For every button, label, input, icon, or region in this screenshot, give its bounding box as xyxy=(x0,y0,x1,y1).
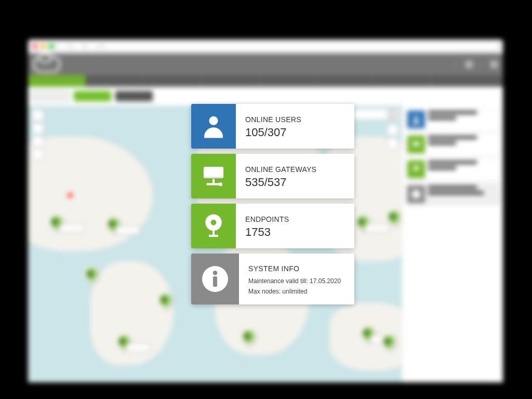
card-title: ENDPOINTS xyxy=(245,215,289,223)
card-online-users[interactable]: ONLINE USERS 105/307 xyxy=(191,104,354,149)
user-icon xyxy=(191,104,236,149)
window-maximize-icon[interactable] xyxy=(49,44,54,49)
window-minimize-icon[interactable] xyxy=(41,44,46,49)
map-zoom-controls xyxy=(32,110,44,160)
info-icon xyxy=(407,185,425,203)
app-header: ····· ····· xyxy=(28,54,503,75)
mini-card-users[interactable] xyxy=(405,109,500,130)
browser-chrome-bar xyxy=(28,39,503,54)
svg-rect-1 xyxy=(413,142,419,146)
map-pin-label xyxy=(126,343,151,352)
card-online-gateways[interactable]: ONLINE GATEWAYS 535/537 xyxy=(191,154,354,198)
map-pin-label xyxy=(59,224,84,232)
svg-rect-12 xyxy=(212,230,215,235)
map-alert-dot[interactable] xyxy=(68,193,73,198)
app-logo-icon xyxy=(33,56,60,73)
gateway-icon xyxy=(191,154,236,198)
map-pin-label xyxy=(365,224,390,232)
sysinfo-maintenance: Maintenance valid till: 17.05.2020 xyxy=(248,277,341,285)
svg-rect-7 xyxy=(212,179,215,184)
card-title: ONLINE GATEWAYS xyxy=(245,165,316,174)
map-right-controls xyxy=(387,124,398,149)
mini-card-endpoints[interactable] xyxy=(405,158,500,180)
tab-3[interactable] xyxy=(143,75,201,87)
map-pin-label xyxy=(115,226,140,234)
stats-sidebar xyxy=(402,105,503,382)
tab-dashboard[interactable] xyxy=(28,75,86,87)
map-layers-button[interactable] xyxy=(32,149,44,160)
card-title: SYSTEM INFO xyxy=(248,264,341,273)
svg-rect-6 xyxy=(204,177,223,179)
svg-point-3 xyxy=(412,190,421,199)
svg-point-9 xyxy=(219,182,222,186)
sub-button-3[interactable] xyxy=(115,91,153,101)
stats-overlay: ONLINE USERS 105/307 ONLINE GATEWAYS 535… xyxy=(191,104,354,304)
browser-back-button[interactable] xyxy=(57,42,69,51)
zoom-in-button[interactable] xyxy=(32,110,44,121)
mini-card-gateways[interactable] xyxy=(405,134,500,155)
browser-forward-button[interactable] xyxy=(72,42,83,51)
tab-7[interactable] xyxy=(374,75,432,87)
sub-button-1[interactable] xyxy=(32,91,70,101)
svg-rect-8 xyxy=(207,183,221,185)
header-user-label: ····· xyxy=(453,62,460,68)
browser-address-bar[interactable] xyxy=(104,42,499,51)
info-icon xyxy=(191,254,239,304)
sub-button-2[interactable] xyxy=(74,91,111,101)
svg-rect-16 xyxy=(213,276,217,287)
svg-point-0 xyxy=(415,116,418,119)
card-endpoints[interactable]: ENDPOINTS 1753 xyxy=(191,204,354,248)
zoom-out-button[interactable] xyxy=(32,123,44,134)
window-close-icon[interactable] xyxy=(32,44,37,49)
user-icon xyxy=(407,111,425,128)
tab-4[interactable] xyxy=(201,75,259,87)
user-icon[interactable] xyxy=(466,61,473,68)
tab-5[interactable] xyxy=(259,75,316,87)
mini-card-sysinfo[interactable] xyxy=(405,183,500,205)
svg-point-11 xyxy=(211,220,217,225)
svg-point-15 xyxy=(213,271,218,275)
sysinfo-maxnodes: Max nodes: unlimited xyxy=(248,287,341,296)
logout-icon[interactable] xyxy=(490,61,498,68)
card-value: 535/537 xyxy=(245,176,316,189)
card-value: 105/307 xyxy=(245,126,301,139)
gateway-icon xyxy=(407,136,425,153)
map-home-button[interactable] xyxy=(32,136,44,147)
card-system-info[interactable]: SYSTEM INFO Maintenance valid till: 17.0… xyxy=(191,254,354,304)
card-value: 1753 xyxy=(245,225,289,239)
svg-point-2 xyxy=(414,166,419,171)
endpoint-icon xyxy=(191,204,236,248)
svg-rect-13 xyxy=(209,235,218,237)
map-tool-1[interactable] xyxy=(387,124,398,136)
sub-toolbar xyxy=(28,87,503,105)
browser-reload-button[interactable] xyxy=(86,42,98,51)
endpoint-icon xyxy=(407,161,425,178)
tab-6[interactable] xyxy=(316,75,374,87)
nav-tabs xyxy=(28,75,503,87)
tab-2[interactable] xyxy=(86,75,143,87)
header-logout-label: ····· xyxy=(478,62,485,68)
svg-point-4 xyxy=(209,116,218,125)
card-title: ONLINE USERS xyxy=(245,115,301,124)
map-tool-2[interactable] xyxy=(387,138,398,149)
